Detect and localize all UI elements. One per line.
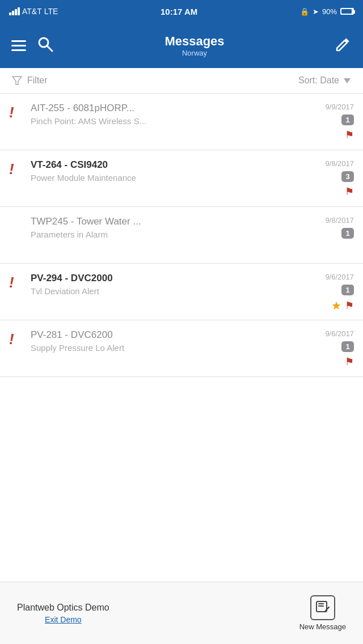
lock-icon: 🔒 [300,7,309,16]
message-title-3: TWP245 - Tower Water ... [31,216,319,227]
menu-button[interactable] [11,40,26,51]
message-subtitle-3: Parameters in Alarm [31,230,319,239]
edit-button[interactable] [335,36,352,55]
sort-label: Sort: Date [298,75,339,86]
battery-icon [340,8,354,15]
flag-icon-2[interactable]: ⚑ [345,185,354,198]
message-content-5: PV-281 - DVC6200Supply Pressure Lo Alert [31,329,319,353]
message-meta-3: 9/8/20171 [325,216,354,239]
flag-icon-1[interactable]: ⚑ [345,129,354,141]
message-date-2: 9/8/2017 [325,159,354,168]
sort-button[interactable]: Sort: Date [298,75,352,86]
message-badge-2: 3 [341,171,354,182]
message-title-5: PV-281 - DVC6200 [31,329,319,341]
filter-bar: Filter Sort: Date [0,68,363,94]
message-meta-4: 9/6/20171★⚑ [325,273,354,312]
message-list: !AIT-255 - 6081pHORP...Pinch Point: AMS … [0,94,363,377]
location-icon: ➤ [313,7,319,16]
nav-subtitle: Norway [164,49,224,57]
exclamation-icon: ! [9,104,14,121]
filter-button[interactable]: Filter [11,75,48,86]
nav-title-text: Messages [164,34,224,49]
message-title-2: VT-264 - CSI9420 [31,159,319,171]
message-item-1[interactable]: !AIT-255 - 6081pHORP...Pinch Point: AMS … [0,94,363,150]
exclamation-icon: ! [9,160,14,177]
new-message-button[interactable]: New Message [299,595,346,631]
alert-icon-1: ! [9,105,25,120]
message-item-5[interactable]: !PV-281 - DVC6200Supply Pressure Lo Aler… [0,320,363,377]
message-icons-5: ⚑ [345,355,354,368]
signal-bars [9,7,20,15]
alert-icon-2: ! [9,162,25,176]
message-title-4: PV-294 - DVC2000 [31,273,319,284]
message-badge-4: 1 [341,285,354,295]
message-date-3: 9/8/2017 [325,216,354,224]
bottom-info: Plantweb Optics Demo Exit Demo [17,603,109,624]
battery-label: 90% [322,7,337,16]
alert-icon-5: ! [9,332,25,346]
message-icons-2: ⚑ [345,185,354,198]
status-time: 10:17 AM [161,7,197,16]
alert-icon-4: ! [9,275,25,290]
svg-line-1 [47,46,52,51]
star-icon-4[interactable]: ★ [331,299,341,312]
new-message-label: New Message [299,622,346,631]
message-item-3[interactable]: TWP245 - Tower Water ...Parameters in Al… [0,207,363,264]
message-title-1: AIT-255 - 6081pHORP... [31,103,319,114]
status-bar: AT&T LTE 10:17 AM 🔒 ➤ 90% [0,0,363,23]
message-item-2[interactable]: !VT-264 - CSI9420Power Module Maintenanc… [0,150,363,207]
message-icons-4: ★⚑ [331,299,354,312]
exit-demo-link[interactable]: Exit Demo [17,615,109,624]
message-subtitle-1: Pinch Point: AMS Wireless S... [31,116,319,126]
nav-title: Messages Norway [164,34,224,57]
nav-bar: Messages Norway [0,23,363,68]
message-content-1: AIT-255 - 6081pHORP...Pinch Point: AMS W… [31,103,319,126]
message-meta-5: 9/6/20171⚑ [325,329,354,368]
message-item-4[interactable]: !PV-294 - DVC2000Tvl Deviation Alert9/6/… [0,264,363,320]
flag-icon-4[interactable]: ⚑ [345,299,354,312]
exclamation-icon: ! [9,274,14,291]
network-label: LTE [44,7,58,16]
svg-marker-2 [12,77,22,84]
carrier-label: AT&T [22,7,42,16]
message-icons-1: ⚑ [345,129,354,141]
bottom-bar: Plantweb Optics Demo Exit Demo New Messa… [0,582,363,644]
message-badge-5: 1 [341,341,354,352]
message-subtitle-4: Tvl Deviation Alert [31,286,319,296]
message-subtitle-5: Supply Pressure Lo Alert [31,343,319,353]
message-content-4: PV-294 - DVC2000Tvl Deviation Alert [31,273,319,296]
message-badge-3: 1 [341,228,354,239]
message-badge-1: 1 [341,115,354,125]
message-meta-2: 9/8/20173⚑ [325,159,354,198]
filter-label: Filter [27,75,48,86]
new-message-icon [310,595,335,620]
message-date-4: 9/6/2017 [325,273,354,281]
search-button[interactable] [36,35,54,56]
message-date-5: 9/6/2017 [325,329,354,338]
message-content-3: TWP245 - Tower Water ...Parameters in Al… [31,216,319,239]
app-name: Plantweb Optics Demo [17,603,109,613]
flag-icon-5[interactable]: ⚑ [345,355,354,368]
exclamation-icon: ! [9,331,14,348]
message-date-1: 9/9/2017 [325,103,354,111]
svg-marker-3 [344,78,351,83]
message-meta-1: 9/9/20171⚑ [325,103,354,141]
message-subtitle-2: Power Module Maintenance [31,173,319,183]
message-content-2: VT-264 - CSI9420Power Module Maintenance [31,159,319,183]
